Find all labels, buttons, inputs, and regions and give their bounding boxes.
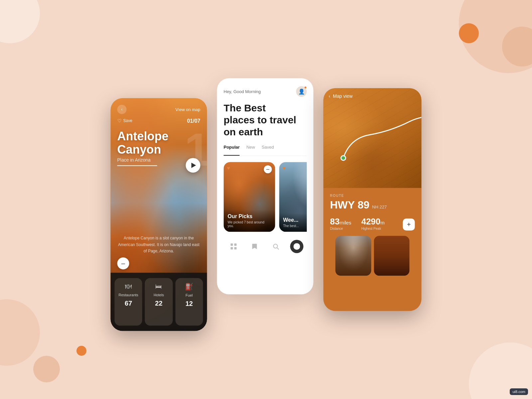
counter: 01/07 — [187, 118, 200, 124]
bg-decoration — [33, 356, 60, 382]
bg-decoration — [459, 0, 532, 73]
map-area: ‹ Map view — [324, 88, 422, 188]
route-name-block: HWY 89 NH 227 — [330, 199, 415, 211]
fuel-label: Fuel — [186, 293, 193, 297]
nav-grid-icon[interactable] — [227, 240, 240, 253]
bottom-info-bar: 🍽 Restaurants 67 🛏 Hotels 22 ⛽ Fuel 12 — [111, 273, 207, 331]
screens-container: ‹ View on map ♡ Save 01/07 1 Antelope Ca… — [111, 78, 422, 331]
card2-heart-icon[interactable]: ♥ — [283, 165, 286, 171]
back-button[interactable]: ‹ — [117, 105, 127, 114]
screen1-header: ‹ View on map — [117, 105, 200, 114]
svg-rect-0 — [231, 243, 233, 246]
avatar-button[interactable]: 👤 — [296, 86, 307, 97]
route-photo-2[interactable] — [374, 236, 410, 276]
tab-bar: Popular New Saved — [224, 145, 307, 156]
view-map-button[interactable]: View on map — [176, 107, 200, 112]
svg-rect-2 — [231, 247, 233, 249]
bg-decoration — [0, 299, 40, 366]
card2-content: Wee... The best... — [279, 213, 307, 232]
hotels-count: 22 — [155, 300, 162, 307]
play-button[interactable] — [186, 158, 200, 173]
back-icon: ‹ — [121, 107, 123, 112]
heart-icon: ♡ — [117, 118, 122, 123]
location-description: Antelope Canyon is a slot canyon in the … — [117, 235, 200, 255]
distance-label: Distance — [330, 227, 351, 230]
svg-rect-1 — [234, 243, 237, 246]
svg-line-5 — [277, 248, 279, 249]
bottom-navigation — [224, 240, 307, 253]
map-back-button[interactable]: ‹ — [329, 93, 331, 99]
counter-current: 01 — [187, 118, 193, 124]
title-bold: The Best — [224, 102, 266, 113]
card1-subtitle: We picked 7 best around you. — [228, 220, 271, 228]
route-photo-1[interactable] — [335, 236, 371, 276]
antelope-canyon-screen: ‹ View on map ♡ Save 01/07 1 Antelope Ca… — [111, 98, 207, 331]
discovery-screen: Hey, Good Morning 👤 The Best places to t… — [217, 78, 314, 294]
restaurants-count: 67 — [125, 300, 132, 307]
place-card-ourpicks[interactable]: ♥ – Our Picks We picked 7 best around yo… — [224, 162, 275, 232]
card2-subtitle: The best... — [283, 224, 307, 228]
peak-stat: 4290m Highest Peak — [361, 216, 384, 230]
play-icon — [191, 163, 196, 168]
tab-new[interactable]: New — [246, 145, 255, 152]
restaurants-card[interactable]: 🍽 Restaurants 67 — [115, 278, 142, 326]
peak-unit: m — [380, 220, 385, 225]
location-name: Antelope Canyon — [117, 130, 207, 156]
screen2-title-block: The Best places to travel on earth — [224, 102, 307, 138]
card1-heart-icon[interactable]: ♥ — [227, 165, 230, 171]
bg-decoration — [0, 0, 40, 43]
peak-value: 4290 — [361, 216, 380, 226]
place-cards-row: ♥ – Our Picks We picked 7 best around yo… — [224, 162, 307, 232]
route-label: ROUTE — [330, 194, 415, 198]
watermark: ui8.com — [510, 388, 528, 395]
fuel-count: 12 — [186, 300, 193, 308]
route-stats: 83miles Distance 4290m Highest Peak + — [330, 216, 415, 230]
distance-value: 83 — [330, 216, 340, 226]
map-header: ‹ Map view — [329, 93, 416, 99]
fuel-icon: ⛽ — [185, 283, 193, 291]
distance-unit: miles — [339, 220, 351, 225]
bg-decoration — [459, 23, 479, 43]
fuel-card[interactable]: ⛽ Fuel 12 — [175, 278, 203, 326]
svg-point-4 — [273, 244, 277, 248]
hotel-icon: 🛏 — [155, 283, 162, 290]
tab-popular[interactable]: Popular — [224, 145, 240, 152]
restaurant-icon: 🍽 — [125, 283, 132, 290]
nav-bookmark-icon[interactable] — [248, 240, 261, 253]
route-photos — [330, 236, 415, 276]
tab-saved[interactable]: Saved — [262, 145, 274, 152]
greeting-text: Hey, Good Morning — [224, 89, 261, 94]
svg-point-7 — [341, 156, 346, 160]
hotels-label: Hotels — [154, 293, 164, 297]
save-label: Save — [123, 118, 132, 123]
card1-title: Our Picks — [228, 213, 271, 219]
card1-content: Our Picks We picked 7 best around you. — [224, 209, 275, 232]
map-screen: ‹ Map view ROUTE HWY 89 NH 227 83mi — [324, 88, 422, 311]
screen2-header: Hey, Good Morning 👤 — [224, 86, 307, 97]
minus-button[interactable]: – — [117, 257, 129, 269]
restaurants-label: Restaurants — [119, 293, 138, 297]
distance-stat: 83miles Distance — [330, 216, 351, 230]
route-svg — [324, 105, 422, 171]
zoom-plus-button[interactable]: + — [403, 218, 415, 230]
save-button[interactable]: ♡ Save — [117, 118, 132, 123]
route-info: ROUTE HWY 89 NH 227 83miles Distance 429… — [324, 188, 422, 282]
notification-dot — [304, 86, 307, 89]
route-name: HWY 89 — [330, 199, 370, 211]
map-view-label: Map view — [333, 93, 352, 99]
svg-point-6 — [293, 243, 300, 250]
title-rest: places to travel on earth — [224, 114, 296, 137]
svg-rect-3 — [234, 247, 237, 249]
place-card-weekly[interactable]: ♥ Wee... The best... — [279, 162, 307, 232]
bg-decoration — [76, 346, 86, 356]
title-divider — [117, 165, 157, 166]
avatar-icon: 👤 — [298, 88, 305, 95]
counter-total: /07 — [193, 118, 200, 124]
route-sub: NH 227 — [372, 204, 387, 209]
bg-decoration — [502, 27, 532, 66]
peak-label: Highest Peak — [361, 227, 384, 230]
nav-map-icon[interactable] — [290, 240, 303, 253]
hotels-card[interactable]: 🛏 Hotels 22 — [145, 278, 173, 326]
card1-minus-button[interactable]: – — [264, 165, 272, 173]
nav-search-icon[interactable] — [269, 240, 282, 253]
